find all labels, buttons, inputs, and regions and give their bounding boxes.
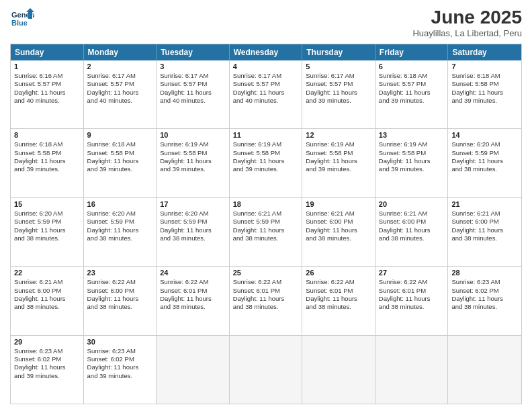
cell-text-line: Sunset: 5:58 PM xyxy=(160,149,226,157)
cell-text-line: Daylight: 11 hours xyxy=(160,226,226,234)
cell-text-line: Sunset: 6:00 PM xyxy=(451,218,518,226)
cell-text-line: Sunset: 5:58 PM xyxy=(379,149,445,157)
cell-text-line: Daylight: 11 hours xyxy=(14,295,80,303)
cell-text-line: and 38 minutes. xyxy=(379,234,445,242)
day-cell-30: 30Sunrise: 6:23 AMSunset: 6:02 PMDayligh… xyxy=(84,336,157,404)
day-number-15: 15 xyxy=(14,200,80,208)
page-header: General Blue June 2025 Huaylillas, La Li… xyxy=(10,7,522,38)
cell-text-line: Daylight: 11 hours xyxy=(233,89,299,97)
cell-text-line: Sunrise: 6:18 AM xyxy=(14,140,80,148)
cell-text-line: Daylight: 11 hours xyxy=(306,157,371,165)
day-cell-19: 19Sunrise: 6:21 AMSunset: 6:00 PMDayligh… xyxy=(302,198,375,266)
day-number-30: 30 xyxy=(87,338,153,346)
cell-text-line: and 40 minutes. xyxy=(14,97,80,105)
cell-text-line: Sunrise: 6:22 AM xyxy=(87,278,153,286)
cell-text-line: Sunset: 6:02 PM xyxy=(87,355,153,363)
day-cell-17: 17Sunrise: 6:20 AMSunset: 5:59 PMDayligh… xyxy=(157,198,230,266)
cell-text-line: Daylight: 11 hours xyxy=(87,157,153,165)
cell-text-line: and 38 minutes. xyxy=(160,303,226,311)
location: Huaylillas, La Libertad, Peru xyxy=(412,28,522,38)
cell-text-line: Sunset: 6:00 PM xyxy=(87,287,153,295)
calendar-row-5: 29Sunrise: 6:23 AMSunset: 6:02 PMDayligh… xyxy=(11,335,521,404)
day-number-18: 18 xyxy=(233,200,299,208)
day-cell-3: 3Sunrise: 6:17 AMSunset: 5:57 PMDaylight… xyxy=(157,60,230,128)
cell-text-line: and 39 minutes. xyxy=(306,165,371,173)
day-cell-25: 25Sunrise: 6:22 AMSunset: 6:01 PMDayligh… xyxy=(230,267,303,334)
cell-text-line: Daylight: 11 hours xyxy=(451,89,518,97)
day-cell-22: 22Sunrise: 6:21 AMSunset: 6:00 PMDayligh… xyxy=(11,267,84,334)
day-cell-11: 11Sunrise: 6:19 AMSunset: 5:58 PMDayligh… xyxy=(230,129,303,197)
cell-text-line: Sunrise: 6:17 AM xyxy=(160,72,226,80)
cell-text-line: Sunset: 5:57 PM xyxy=(87,80,153,88)
calendar-header-row: SundayMondayTuesdayWednesdayThursdayFrid… xyxy=(11,44,521,60)
cell-text-line: Sunset: 5:59 PM xyxy=(14,218,80,226)
cell-text-line: and 39 minutes. xyxy=(379,97,445,105)
cell-text-line: and 39 minutes. xyxy=(233,165,299,173)
cell-text-line: and 38 minutes. xyxy=(451,165,518,173)
cell-text-line: Sunrise: 6:18 AM xyxy=(379,72,445,80)
cell-text-line: Daylight: 11 hours xyxy=(87,89,153,97)
cell-text-line: Sunrise: 6:20 AM xyxy=(14,210,80,218)
cell-text-line: Daylight: 11 hours xyxy=(306,295,371,303)
cell-text-line: and 38 minutes. xyxy=(379,303,445,311)
cell-text-line: Sunrise: 6:19 AM xyxy=(233,140,299,148)
day-cell-2: 2Sunrise: 6:17 AMSunset: 5:57 PMDaylight… xyxy=(84,60,157,128)
calendar-row-2: 8Sunrise: 6:18 AMSunset: 5:58 PMDaylight… xyxy=(11,128,521,197)
cell-text-line: Daylight: 11 hours xyxy=(306,89,371,97)
calendar: SundayMondayTuesdayWednesdayThursdayFrid… xyxy=(10,44,522,404)
day-cell-6: 6Sunrise: 6:18 AMSunset: 5:57 PMDaylight… xyxy=(375,60,449,128)
day-number-17: 17 xyxy=(160,200,226,208)
header-thursday: Thursday xyxy=(302,44,375,60)
logo: General Blue xyxy=(10,7,34,31)
cell-text-line: Sunrise: 6:21 AM xyxy=(379,210,445,218)
cell-text-line: Sunrise: 6:16 AM xyxy=(14,72,80,80)
day-cell-28: 28Sunrise: 6:23 AMSunset: 6:02 PMDayligh… xyxy=(448,267,521,334)
cell-text-line: Sunrise: 6:19 AM xyxy=(160,140,226,148)
day-number-27: 27 xyxy=(379,269,445,277)
day-number-19: 19 xyxy=(306,200,371,208)
cell-text-line: Sunrise: 6:21 AM xyxy=(233,210,299,218)
cell-text-line: Sunrise: 6:20 AM xyxy=(160,210,226,218)
cell-text-line: and 39 minutes. xyxy=(87,372,153,380)
day-cell-15: 15Sunrise: 6:20 AMSunset: 5:59 PMDayligh… xyxy=(11,198,84,266)
calendar-row-3: 15Sunrise: 6:20 AMSunset: 5:59 PMDayligh… xyxy=(11,197,521,266)
empty-cell-4-5 xyxy=(375,336,449,404)
day-number-12: 12 xyxy=(306,131,371,139)
cell-text-line: and 38 minutes. xyxy=(306,303,371,311)
cell-text-line: Sunrise: 6:19 AM xyxy=(306,140,371,148)
day-number-29: 29 xyxy=(14,338,80,346)
cell-text-line: Sunset: 5:58 PM xyxy=(87,149,153,157)
day-number-28: 28 xyxy=(451,269,518,277)
day-number-9: 9 xyxy=(87,131,153,139)
day-number-8: 8 xyxy=(14,131,80,139)
cell-text-line: Sunset: 5:57 PM xyxy=(306,80,371,88)
day-number-21: 21 xyxy=(451,200,518,208)
header-friday: Friday xyxy=(375,44,449,60)
cell-text-line: Sunset: 5:59 PM xyxy=(233,218,299,226)
cell-text-line: Daylight: 11 hours xyxy=(233,295,299,303)
day-cell-23: 23Sunrise: 6:22 AMSunset: 6:00 PMDayligh… xyxy=(84,267,157,334)
cell-text-line: and 39 minutes. xyxy=(306,97,371,105)
cell-text-line: and 39 minutes. xyxy=(14,372,80,380)
cell-text-line: Sunset: 6:01 PM xyxy=(233,287,299,295)
day-cell-12: 12Sunrise: 6:19 AMSunset: 5:58 PMDayligh… xyxy=(302,129,375,197)
cell-text-line: and 38 minutes. xyxy=(14,234,80,242)
cell-text-line: Sunset: 6:00 PM xyxy=(14,287,80,295)
empty-cell-4-3 xyxy=(230,336,303,404)
cell-text-line: Daylight: 11 hours xyxy=(379,157,445,165)
day-number-4: 4 xyxy=(233,62,299,71)
day-number-2: 2 xyxy=(87,62,153,71)
day-cell-21: 21Sunrise: 6:21 AMSunset: 6:00 PMDayligh… xyxy=(448,198,521,266)
cell-text-line: Sunrise: 6:20 AM xyxy=(87,210,153,218)
cell-text-line: and 38 minutes. xyxy=(233,303,299,311)
cell-text-line: Sunset: 6:02 PM xyxy=(451,287,518,295)
cell-text-line: Sunrise: 6:20 AM xyxy=(451,140,518,148)
header-monday: Monday xyxy=(84,44,157,60)
cell-text-line: Sunset: 5:57 PM xyxy=(14,80,80,88)
cell-text-line: and 39 minutes. xyxy=(379,165,445,173)
cell-text-line: Sunset: 5:58 PM xyxy=(14,149,80,157)
cell-text-line: Daylight: 11 hours xyxy=(451,157,518,165)
day-cell-14: 14Sunrise: 6:20 AMSunset: 5:59 PMDayligh… xyxy=(448,129,521,197)
cell-text-line: Sunset: 5:57 PM xyxy=(160,80,226,88)
cell-text-line: Sunset: 6:01 PM xyxy=(379,287,445,295)
